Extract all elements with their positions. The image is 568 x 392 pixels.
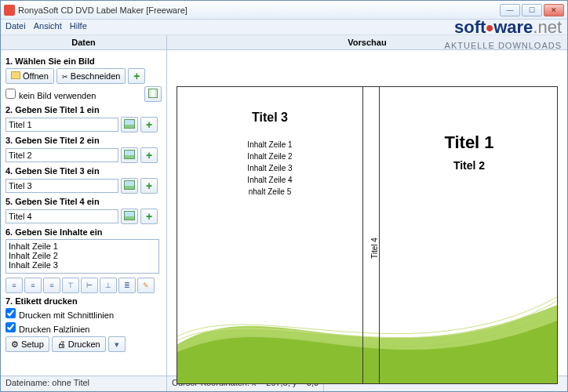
- titel2-image-button[interactable]: [121, 147, 138, 163]
- titel1-image-button[interactable]: [121, 117, 138, 132]
- titel4-add-button[interactable]: +: [140, 209, 158, 224]
- add-image-button[interactable]: +: [128, 68, 145, 84]
- setup-button[interactable]: ⚙ Setup: [5, 336, 49, 352]
- foldlines-label[interactable]: Drucken Falzlinien: [5, 322, 89, 334]
- label-canvas[interactable]: Titel 3 Inhalt Zeile 1 Inhalt Zeile 2 In…: [177, 86, 558, 384]
- cutlines-checkbox[interactable]: [5, 308, 16, 318]
- content-textarea[interactable]: [5, 239, 159, 274]
- titel4-image-button[interactable]: [121, 209, 138, 224]
- titlebar: RonyaSoft CD DVD Label Maker [Freeware] …: [1, 1, 567, 20]
- no-image-checkbox-label[interactable]: kein Bild verwenden: [5, 89, 96, 100]
- status-filename: Dateiname: ohne Titel: [1, 376, 167, 391]
- preview-titel2: Titel 2: [380, 159, 558, 172]
- spine: Titel 4: [362, 87, 380, 383]
- titel3-image-button[interactable]: [121, 178, 138, 194]
- plus-icon: +: [146, 180, 152, 191]
- crop-icon: [62, 71, 68, 81]
- edit-button[interactable]: ✎: [137, 278, 155, 293]
- print-button[interactable]: 🖨 Drucken: [52, 336, 106, 352]
- menu-hilfe[interactable]: Hilfe: [70, 21, 87, 33]
- minimize-button[interactable]: —: [500, 4, 520, 16]
- panel-header-daten: Daten: [1, 35, 167, 49]
- image-icon: [124, 180, 135, 191]
- section-4-title: 4. Geben Sie Titel 3 ein: [5, 166, 162, 176]
- data-panel: 1. Wählen Sie ein Bild Öffnen Beschneide…: [1, 50, 167, 376]
- plus-icon: +: [133, 71, 140, 82]
- titel2-input[interactable]: [5, 148, 118, 162]
- panel-header-vorschau: Vorschau: [167, 35, 567, 49]
- grid-button[interactable]: [144, 86, 162, 102]
- front-cover: Titel 1 Titel 2: [380, 87, 558, 383]
- no-image-checkbox[interactable]: [5, 89, 16, 99]
- back-cover: Titel 3 Inhalt Zeile 1 Inhalt Zeile 2 In…: [177, 87, 362, 383]
- app-icon: [4, 5, 15, 16]
- folder-icon: [11, 71, 20, 81]
- text-toolbar: ≡ ≡ ≡ ⊤ ⊢ ⊥ ≣ ✎: [5, 278, 162, 293]
- titel2-add-button[interactable]: +: [140, 147, 158, 163]
- window-title: RonyaSoft CD DVD Label Maker [Freeware]: [18, 5, 500, 15]
- align-bottom-button[interactable]: ⊥: [100, 278, 117, 293]
- preview-titel1: Titel 1: [380, 132, 558, 153]
- foldlines-checkbox[interactable]: [5, 322, 16, 332]
- preview-panel: Titel 3 Inhalt Zeile 1 Inhalt Zeile 2 In…: [167, 50, 567, 376]
- align-justify-button[interactable]: ≣: [118, 278, 136, 293]
- preview-titel3: Titel 3: [177, 111, 362, 125]
- maximize-button[interactable]: ☐: [522, 4, 542, 16]
- close-button[interactable]: ✕: [544, 4, 564, 16]
- print-dropdown-button[interactable]: ▾: [108, 336, 126, 352]
- section-6-title: 6. Geben Sie Inhalte ein: [5, 227, 162, 237]
- titel4-input[interactable]: [5, 209, 118, 223]
- open-button[interactable]: Öffnen: [5, 68, 54, 84]
- menu-bar: Datei Ansicht Hilfe: [1, 20, 567, 35]
- plus-icon: +: [146, 150, 152, 161]
- titel1-add-button[interactable]: +: [140, 117, 158, 132]
- image-icon: [124, 119, 135, 130]
- section-2-title: 2. Geben Sie Titel 1 ein: [5, 105, 162, 114]
- section-1-title: 1. Wählen Sie ein Bild: [5, 56, 162, 66]
- image-icon: [124, 150, 135, 161]
- crop-button[interactable]: Beschneiden: [56, 68, 126, 84]
- preview-titel4: Titel 4: [370, 233, 379, 264]
- plus-icon: +: [146, 119, 152, 130]
- section-5-title: 5. Geben Sie Titel 4 ein: [5, 197, 162, 206]
- section-3-title: 3. Geben Sie Titel 2 ein: [5, 136, 162, 145]
- menu-datei[interactable]: Datei: [5, 21, 26, 33]
- align-right-button[interactable]: ≡: [43, 278, 60, 293]
- preview-content-lines: Inhalt Zeile 1 Inhalt Zeile 2 Inhalt Zei…: [177, 139, 362, 198]
- titel1-input[interactable]: [5, 118, 118, 132]
- align-top-button[interactable]: ⊤: [62, 278, 79, 293]
- align-center-button[interactable]: ≡: [24, 278, 42, 293]
- titel3-input[interactable]: [5, 179, 118, 193]
- cutlines-label[interactable]: Drucken mit Schnittlinien: [5, 308, 114, 320]
- menu-ansicht[interactable]: Ansicht: [34, 21, 62, 33]
- plus-icon: +: [146, 211, 152, 222]
- titel3-add-button[interactable]: +: [140, 178, 158, 194]
- section-7-title: 7. Etikett drucken: [5, 296, 162, 306]
- align-middle-button[interactable]: ⊢: [81, 278, 98, 293]
- chevron-down-icon: ▾: [115, 339, 119, 350]
- grid-icon: [148, 89, 158, 100]
- image-icon: [124, 211, 135, 222]
- align-left-button[interactable]: ≡: [5, 278, 23, 293]
